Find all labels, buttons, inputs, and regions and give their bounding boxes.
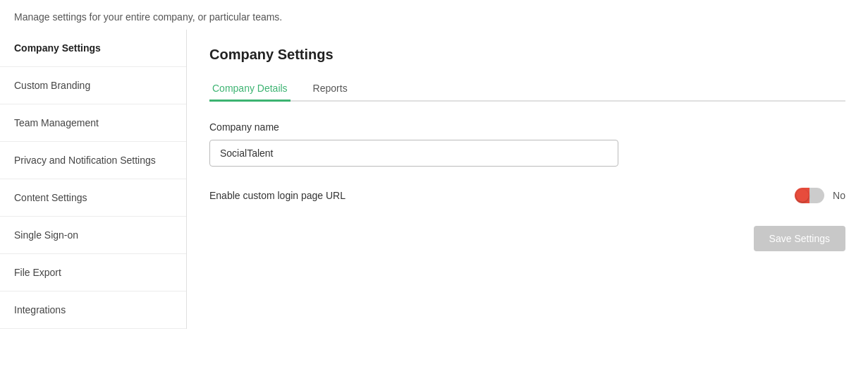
company-name-label: Company name (209, 121, 845, 133)
toggle-label: Enable custom login page URL (209, 190, 795, 201)
toggle-right: No (795, 188, 845, 203)
sidebar-item-label: Team Management (14, 117, 99, 128)
sidebar-item-label: Privacy and Notification Settings (14, 155, 156, 166)
sidebar-item-label: Integrations (14, 304, 66, 315)
sidebar-item-custom-branding[interactable]: Custom Branding (0, 67, 186, 104)
sidebar-item-team-management[interactable]: Team Management (0, 104, 186, 142)
page-header: Manage settings for your entire company,… (0, 0, 868, 30)
toggle-row: Enable custom login page URL No (209, 188, 845, 203)
sidebar-item-label: Content Settings (14, 192, 87, 203)
company-name-input[interactable] (209, 140, 618, 167)
page-description: Manage settings for your entire company,… (14, 11, 282, 23)
sidebar-item-content-settings[interactable]: Content Settings (0, 179, 186, 217)
sidebar-item-single-sign-on[interactable]: Single Sign-on (0, 217, 186, 254)
toggle-state-label: No (833, 190, 845, 201)
sidebar-item-label: Company Settings (14, 42, 101, 54)
company-name-group: Company name (209, 121, 845, 167)
sidebar-item-label: Single Sign-on (14, 229, 78, 241)
sidebar-item-privacy-notification[interactable]: Privacy and Notification Settings (0, 142, 186, 179)
sidebar-item-company-settings[interactable]: Company Settings (0, 30, 186, 67)
sidebar-item-file-export[interactable]: File Export (0, 254, 186, 291)
toggle-thumb (796, 189, 809, 202)
main-content: Company Settings Company Details Reports… (187, 30, 868, 329)
save-settings-button[interactable]: Save Settings (754, 226, 845, 251)
tab-reports[interactable]: Reports (310, 77, 350, 102)
sidebar-item-integrations[interactable]: Integrations (0, 291, 186, 329)
section-title: Company Settings (209, 47, 845, 63)
sidebar-item-label: Custom Branding (14, 80, 90, 91)
sidebar-item-label: File Export (14, 267, 61, 278)
tabs-bar: Company Details Reports (209, 77, 845, 102)
tab-company-details[interactable]: Company Details (209, 77, 291, 102)
sidebar: Company Settings Custom Branding Team Ma… (0, 30, 187, 329)
custom-login-toggle[interactable] (795, 188, 824, 203)
